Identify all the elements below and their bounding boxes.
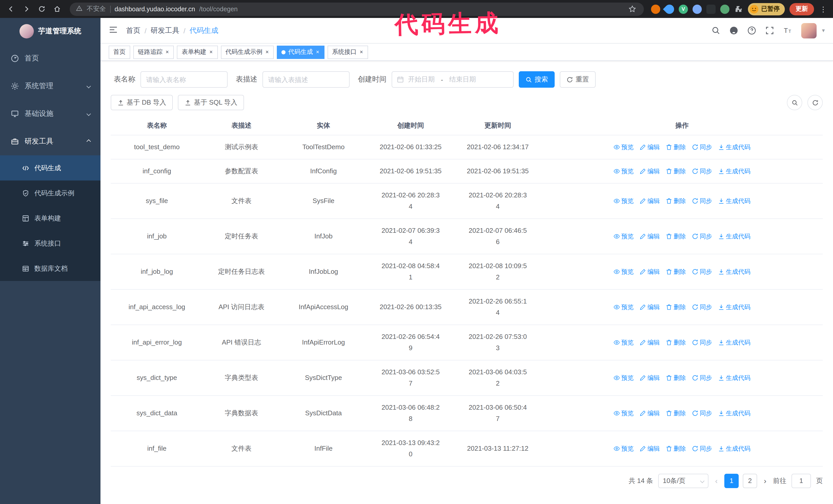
screenshot-extension-icon[interactable] xyxy=(706,4,716,14)
delete-action-link[interactable]: 删除 xyxy=(666,407,686,418)
profile-paused-chip[interactable]: 已暂停 xyxy=(748,3,785,15)
generate-code-action-link[interactable]: 生成代码 xyxy=(718,443,751,454)
page-size-select[interactable]: 10条/页 xyxy=(658,474,709,488)
generate-code-action-link[interactable]: 生成代码 xyxy=(718,301,751,312)
browser-menu-icon[interactable]: ⋮ xyxy=(819,5,828,13)
leaf-extension-icon[interactable] xyxy=(720,4,730,14)
tab-form-builder[interactable]: 表单构建× xyxy=(177,45,218,59)
sync-action-link[interactable]: 同步 xyxy=(692,195,712,207)
tab-tracing[interactable]: 链路追踪× xyxy=(133,45,174,59)
sync-action-link[interactable]: 同步 xyxy=(692,231,712,242)
home-icon[interactable] xyxy=(51,3,63,15)
delete-action-link[interactable]: 删除 xyxy=(666,337,686,348)
toggle-search-button[interactable] xyxy=(787,95,802,110)
table-desc-input[interactable] xyxy=(262,71,350,88)
close-icon[interactable]: × xyxy=(359,49,364,55)
close-icon[interactable]: × xyxy=(315,49,320,55)
tab-system-api[interactable]: 系统接口× xyxy=(328,45,368,59)
delete-action-link[interactable]: 删除 xyxy=(666,443,686,454)
eye-action-link[interactable]: 预览 xyxy=(614,195,634,207)
edit-action-link[interactable]: 编辑 xyxy=(640,301,660,312)
breadcrumb-item[interactable]: 首页 xyxy=(126,26,140,35)
water-drop-extension-icon[interactable] xyxy=(663,3,676,16)
close-icon[interactable]: × xyxy=(265,49,269,55)
eye-action-link[interactable]: 预览 xyxy=(614,407,634,418)
bookmark-star-icon[interactable] xyxy=(626,3,638,15)
edit-action-link[interactable]: 编辑 xyxy=(640,231,660,242)
reset-button[interactable]: 重置 xyxy=(560,71,596,88)
app-logo[interactable]: 芋道管理系统 xyxy=(0,18,100,45)
page-button-2[interactable]: 2 xyxy=(743,474,757,488)
sidebar-subitem-form-builder[interactable]: 表单构建 xyxy=(0,206,100,231)
generate-code-action-link[interactable]: 生成代码 xyxy=(718,231,751,242)
sync-action-link[interactable]: 同步 xyxy=(692,301,712,312)
eye-action-link[interactable]: 预览 xyxy=(614,372,634,383)
generate-code-action-link[interactable]: 生成代码 xyxy=(718,195,751,207)
breadcrumb-item[interactable]: 研发工具 xyxy=(151,26,180,35)
eye-action-link[interactable]: 预览 xyxy=(614,266,634,277)
fox-extension-icon[interactable] xyxy=(651,4,660,14)
goto-page-input[interactable] xyxy=(791,474,811,488)
table-name-input[interactable] xyxy=(140,71,228,88)
edit-action-link[interactable]: 编辑 xyxy=(640,337,660,348)
delete-action-link[interactable]: 删除 xyxy=(666,301,686,312)
fullscreen-icon[interactable] xyxy=(766,26,774,35)
generate-code-action-link[interactable]: 生成代码 xyxy=(718,407,751,418)
delete-action-link[interactable]: 删除 xyxy=(666,231,686,242)
eye-action-link[interactable]: 预览 xyxy=(614,443,634,454)
sync-action-link[interactable]: 同步 xyxy=(692,337,712,348)
prev-page-button[interactable]: ‹ xyxy=(714,476,719,485)
page-button-1[interactable]: 1 xyxy=(724,474,739,488)
generate-code-action-link[interactable]: 生成代码 xyxy=(718,266,751,277)
generate-code-action-link[interactable]: 生成代码 xyxy=(718,337,751,348)
create-time-range-picker[interactable]: 开始日期 - 结束日期 xyxy=(391,71,514,88)
tab-codegen[interactable]: 代码生成× xyxy=(277,45,325,59)
eye-action-link[interactable]: 预览 xyxy=(614,141,634,152)
edit-action-link[interactable]: 编辑 xyxy=(640,407,660,418)
close-icon[interactable]: × xyxy=(209,49,213,55)
edit-action-link[interactable]: 编辑 xyxy=(640,165,660,177)
sidebar-item-system[interactable]: 系统管理 xyxy=(0,72,100,100)
sync-action-link[interactable]: 同步 xyxy=(692,372,712,383)
sync-action-link[interactable]: 同步 xyxy=(692,407,712,418)
user-avatar[interactable] xyxy=(802,23,817,38)
font-size-icon[interactable]: TT xyxy=(784,26,792,35)
sidebar-item-infra[interactable]: 基础设施 xyxy=(0,100,100,128)
address-bar[interactable]: 不安全 dashboard.yudao.iocoder.cn/tool/code… xyxy=(70,2,644,16)
eye-action-link[interactable]: 预览 xyxy=(614,231,634,242)
tab-codegen-example[interactable]: 代码生成示例× xyxy=(221,45,274,59)
sidebar-subitem-system-api[interactable]: 系统接口 xyxy=(0,231,100,256)
refresh-table-button[interactable] xyxy=(807,95,823,110)
back-icon[interactable] xyxy=(5,3,17,15)
delete-action-link[interactable]: 删除 xyxy=(666,372,686,383)
sidebar-item-home[interactable]: 首页 xyxy=(0,45,100,72)
next-page-button[interactable]: › xyxy=(762,476,768,485)
delete-action-link[interactable]: 删除 xyxy=(666,195,686,207)
generate-code-action-link[interactable]: 生成代码 xyxy=(718,141,751,152)
edit-action-link[interactable]: 编辑 xyxy=(640,195,660,207)
import-db-button[interactable]: 基于 DB 导入 xyxy=(111,95,173,110)
help-icon[interactable] xyxy=(748,26,756,35)
sidebar-subitem-codegen-example[interactable]: 代码生成示例 xyxy=(0,181,100,206)
sync-action-link[interactable]: 同步 xyxy=(692,141,712,152)
edit-action-link[interactable]: 编辑 xyxy=(640,266,660,277)
eye-action-link[interactable]: 预览 xyxy=(614,337,634,348)
eye-action-link[interactable]: 预览 xyxy=(614,301,634,312)
reload-icon[interactable] xyxy=(36,3,47,15)
sync-action-link[interactable]: 同步 xyxy=(692,266,712,277)
hamburger-icon[interactable] xyxy=(109,25,118,36)
search-button[interactable]: 搜索 xyxy=(519,71,555,88)
eye-action-link[interactable]: 预览 xyxy=(614,165,634,177)
search-icon[interactable] xyxy=(712,26,720,35)
forward-icon[interactable] xyxy=(21,3,32,15)
edit-action-link[interactable]: 编辑 xyxy=(640,141,660,152)
edit-action-link[interactable]: 编辑 xyxy=(640,443,660,454)
sync-action-link[interactable]: 同步 xyxy=(692,165,712,177)
generate-code-action-link[interactable]: 生成代码 xyxy=(718,165,751,177)
sidebar-subitem-db-doc[interactable]: 数据库文档 xyxy=(0,256,100,281)
accounts-extension-icon[interactable] xyxy=(693,4,702,14)
chrome-update-button[interactable]: 更新 xyxy=(789,3,814,15)
delete-action-link[interactable]: 删除 xyxy=(666,141,686,152)
sync-action-link[interactable]: 同步 xyxy=(692,443,712,454)
sidebar-item-devtools[interactable]: 研发工具 xyxy=(0,128,100,155)
